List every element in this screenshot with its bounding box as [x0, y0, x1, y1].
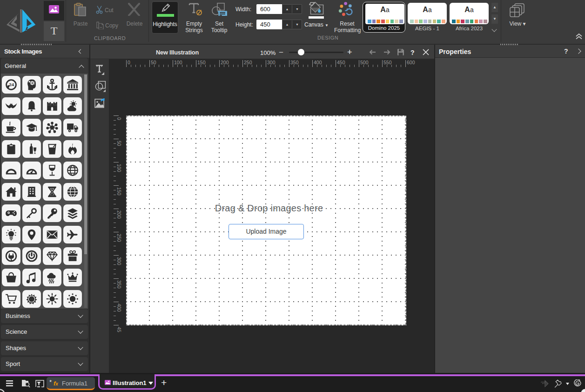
svg-text:24: 24: [9, 82, 14, 87]
svg-text:350: 350: [290, 60, 299, 65]
svg-text:400: 400: [116, 304, 122, 312]
svg-text:50: 50: [116, 141, 122, 146]
svg-text:300: 300: [267, 60, 276, 65]
svg-text:550: 550: [383, 60, 392, 65]
svg-text:450: 450: [116, 327, 122, 332]
svg-text:250: 250: [116, 234, 122, 242]
svg-text:600: 600: [407, 60, 415, 65]
svg-text:50: 50: [151, 60, 156, 65]
svg-text:0: 0: [128, 60, 130, 65]
svg-text:250: 250: [244, 60, 252, 65]
svg-text:450: 450: [337, 60, 345, 65]
svg-text:100: 100: [174, 60, 182, 65]
svg-text:300: 300: [116, 257, 122, 265]
svg-text:400: 400: [314, 60, 322, 65]
svg-text:500: 500: [360, 60, 369, 65]
svg-text:200: 200: [116, 210, 122, 219]
svg-text:150: 150: [116, 187, 122, 196]
svg-text:150: 150: [197, 60, 206, 65]
svg-text:0: 0: [116, 117, 122, 120]
svg-text:200: 200: [221, 60, 229, 65]
svg-text:350: 350: [116, 280, 122, 289]
svg-text:100: 100: [116, 164, 122, 172]
